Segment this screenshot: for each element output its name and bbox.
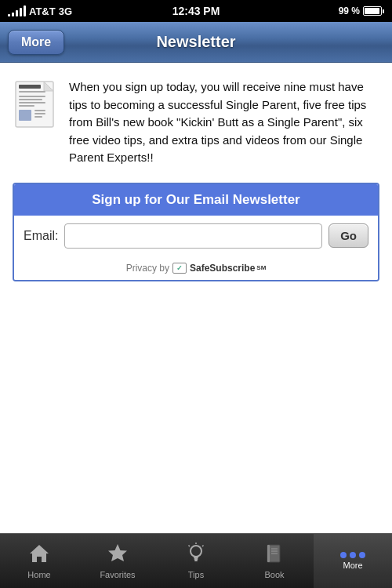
svg-rect-4 bbox=[19, 99, 42, 100]
network-label: 3G bbox=[59, 5, 72, 17]
privacy-row: Privacy by ✓ SafeSubscribeSM bbox=[14, 256, 378, 280]
dot-1 bbox=[340, 552, 347, 558]
safesubscribe-label: SafeSubscribeSM bbox=[190, 263, 266, 274]
svg-marker-11 bbox=[30, 545, 49, 562]
dot-3 bbox=[359, 552, 365, 558]
svg-rect-16 bbox=[194, 560, 198, 561]
home-icon bbox=[28, 543, 50, 568]
tab-more-label: More bbox=[343, 561, 362, 570]
tab-favorites-label: Favorites bbox=[100, 570, 135, 579]
email-input[interactable] bbox=[64, 223, 322, 249]
svg-point-13 bbox=[191, 546, 201, 557]
tab-book[interactable]: Book bbox=[235, 534, 314, 588]
dot-2 bbox=[350, 552, 356, 558]
status-bar: AT&T 3G 12:43 PM 99 % bbox=[0, 0, 392, 22]
tab-home[interactable]: Home bbox=[0, 534, 78, 588]
privacy-text: Privacy by bbox=[126, 263, 169, 274]
svg-marker-12 bbox=[108, 544, 127, 561]
newsletter-header: Sign up for Our Email Newsletter bbox=[14, 184, 378, 216]
svg-rect-1 bbox=[19, 85, 41, 89]
tab-favorites[interactable]: Favorites bbox=[78, 534, 157, 588]
svg-line-18 bbox=[189, 546, 191, 547]
newsletter-form-row: Email: Go bbox=[14, 216, 378, 256]
star-icon bbox=[107, 543, 129, 568]
svg-rect-15 bbox=[194, 558, 198, 560]
svg-rect-9 bbox=[34, 113, 45, 114]
battery-icon bbox=[363, 6, 384, 16]
main-content: When you sign up today, you will receive… bbox=[0, 63, 392, 533]
more-back-button[interactable]: More bbox=[8, 30, 64, 55]
svg-rect-6 bbox=[19, 105, 34, 107]
email-label: Email: bbox=[24, 229, 58, 243]
battery-percent: 99 % bbox=[339, 5, 360, 16]
svg-rect-8 bbox=[34, 110, 45, 111]
status-time: 12:43 PM bbox=[172, 5, 220, 17]
book-icon bbox=[263, 543, 285, 568]
more-dots-icon bbox=[340, 552, 365, 558]
svg-rect-14 bbox=[194, 557, 198, 558]
status-left: AT&T 3G bbox=[8, 5, 72, 17]
carrier-label: AT&T bbox=[29, 5, 56, 17]
newsletter-box: Sign up for Our Email Newsletter Email: … bbox=[13, 183, 379, 281]
tab-tips-label: Tips bbox=[188, 570, 204, 579]
svg-rect-5 bbox=[19, 102, 45, 103]
bulb-icon bbox=[185, 543, 207, 568]
nav-bar: More Newsletter bbox=[0, 22, 392, 63]
newsletter-header-text: Sign up for Our Email Newsletter bbox=[92, 192, 299, 207]
svg-rect-21 bbox=[267, 545, 270, 562]
tab-bar: Home Favorites Tips bbox=[0, 533, 392, 588]
newspaper-icon bbox=[13, 78, 60, 133]
signal-bars-icon bbox=[8, 5, 26, 16]
intro-paragraph: When you sign up today, you will receive… bbox=[69, 78, 379, 167]
status-right: 99 % bbox=[339, 5, 384, 16]
svg-rect-2 bbox=[19, 91, 45, 93]
tab-tips[interactable]: Tips bbox=[157, 534, 235, 588]
svg-rect-10 bbox=[34, 116, 42, 118]
safesubscribe-icon: ✓ bbox=[172, 263, 187, 274]
tab-home-label: Home bbox=[27, 570, 50, 579]
svg-rect-3 bbox=[19, 96, 45, 97]
svg-rect-7 bbox=[19, 110, 31, 121]
svg-line-19 bbox=[202, 546, 204, 547]
tab-more[interactable]: More bbox=[314, 534, 392, 588]
tab-book-label: Book bbox=[264, 570, 284, 579]
nav-title: Newsletter bbox=[156, 33, 235, 51]
intro-section: When you sign up today, you will receive… bbox=[13, 78, 379, 167]
go-button[interactable]: Go bbox=[328, 223, 368, 248]
